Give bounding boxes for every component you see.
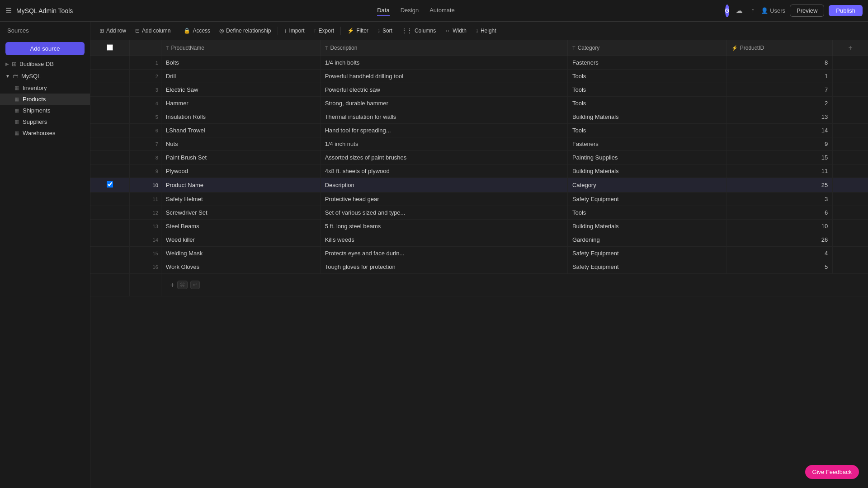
row-product-name[interactable]: Weed killer [161, 233, 320, 247]
row-product-id[interactable]: 15 [726, 151, 833, 164]
sidebar-item-products[interactable]: ▦ Products [0, 94, 90, 105]
table-row[interactable]: 11Safety HelmetProtective head gearSafet… [90, 192, 868, 206]
row-product-id[interactable]: 9 [726, 137, 833, 151]
row-description[interactable]: Protects eyes and face durin... [320, 247, 567, 260]
row-description[interactable]: Kills weeds [320, 233, 567, 247]
row-category[interactable]: Safety Equipment [567, 260, 726, 274]
row-description[interactable]: Powerful electric saw [320, 83, 567, 97]
sidebar-item-warehouses[interactable]: ▦ Warehouses [0, 127, 90, 139]
row-description[interactable]: 4x8 ft. sheets of plywood [320, 164, 567, 178]
sidebar-item-suppliers[interactable]: ▦ Suppliers [0, 116, 90, 127]
row-description[interactable]: Protective head gear [320, 192, 567, 206]
table-row[interactable]: 4HammerStrong, durable hammerTools2 [90, 97, 868, 110]
row-product-id[interactable]: 1 [726, 70, 833, 83]
row-product-id[interactable]: 13 [726, 110, 833, 124]
row-product-name[interactable]: Screwdriver Set [161, 206, 320, 220]
add-row-plus-button[interactable]: + [170, 281, 175, 289]
row-product-id[interactable]: 4 [726, 247, 833, 260]
sort-button[interactable]: ↕ Sort [374, 25, 396, 36]
row-description[interactable]: 5 ft. long steel beams [320, 220, 567, 233]
row-product-id[interactable]: 7 [726, 83, 833, 97]
row-product-name[interactable]: Drill [161, 70, 320, 83]
row-category[interactable]: Tools [567, 124, 726, 137]
row-description[interactable]: Hand tool for spreading... [320, 124, 567, 137]
col-header-add[interactable]: + [833, 40, 868, 56]
row-category[interactable]: Tools [567, 70, 726, 83]
tab-automate[interactable]: Automate [429, 5, 455, 16]
table-row[interactable]: 16Work GlovesTough gloves for protection… [90, 260, 868, 274]
row-product-id[interactable]: 10 [726, 220, 833, 233]
row-description[interactable]: Set of various sized and type... [320, 206, 567, 220]
table-row[interactable]: 15Welding MaskProtects eyes and face dur… [90, 247, 868, 260]
row-description[interactable]: Assorted sizes of paint brushes [320, 151, 567, 164]
users-button[interactable]: 👤 Users [761, 7, 785, 14]
col-header-description[interactable]: T Description [320, 40, 567, 56]
row-category[interactable]: Safety Equipment [567, 192, 726, 206]
access-button[interactable]: 🔒 Access [180, 25, 214, 36]
publish-button[interactable]: Publish [829, 5, 863, 16]
row-product-id[interactable]: 3 [726, 192, 833, 206]
add-row-button[interactable]: ⊞ Add row [96, 25, 130, 36]
row-category[interactable]: Tools [567, 83, 726, 97]
tab-data[interactable]: Data [377, 5, 389, 16]
row-product-id[interactable]: 26 [726, 233, 833, 247]
row-category[interactable]: Building Materials [567, 220, 726, 233]
row-category[interactable]: Building Materials [567, 164, 726, 178]
row-category[interactable]: Fasteners [567, 56, 726, 70]
add-row-row[interactable]: + ⌘ ↵ [90, 274, 868, 296]
row-category[interactable]: Fasteners [567, 137, 726, 151]
row-product-name[interactable]: Welding Mask [161, 247, 320, 260]
add-source-button[interactable]: Add source [5, 42, 85, 55]
table-row[interactable]: 7Nuts1/4 inch nutsFasteners9 [90, 137, 868, 151]
row-description[interactable]: Description [320, 178, 567, 192]
row-category[interactable]: Tools [567, 206, 726, 220]
feedback-button[interactable]: Give Feedback [805, 465, 859, 479]
table-row[interactable]: 1Bolts1/4 inch boltsFasteners8 [90, 56, 868, 70]
col-header-category[interactable]: T Category [567, 40, 726, 56]
row-description[interactable]: Strong, durable hammer [320, 97, 567, 110]
row-product-name[interactable]: Electric Saw [161, 83, 320, 97]
row-category[interactable]: Building Materials [567, 110, 726, 124]
row-category[interactable]: Category [567, 178, 726, 192]
row-category[interactable]: Tools [567, 97, 726, 110]
row-product-name[interactable]: Hammer [161, 97, 320, 110]
table-row[interactable]: 5Insulation RollsThermal insulation for … [90, 110, 868, 124]
hamburger-icon[interactable]: ☰ [5, 6, 12, 15]
preview-button[interactable]: Preview [790, 5, 824, 17]
col-header-product-id[interactable]: ⚡ ProductID [726, 40, 833, 56]
row-product-name[interactable]: Insulation Rolls [161, 110, 320, 124]
sidebar-item-budibase-db[interactable]: ▶ ⊞ Budibase DB [0, 58, 90, 70]
share-icon[interactable]: ↑ [749, 5, 756, 17]
sidebar-item-inventory[interactable]: ▦ Inventory [0, 82, 90, 94]
row-description[interactable]: Thermal insulation for walls [320, 110, 567, 124]
table-row[interactable]: 10Product NameDescriptionCategory25 [90, 178, 868, 192]
columns-button[interactable]: ⋮⋮ Columns [398, 25, 439, 36]
add-row-cell[interactable]: + ⌘ ↵ [161, 274, 868, 296]
row-product-id[interactable]: 11 [726, 164, 833, 178]
height-button[interactable]: ↕ Height [472, 25, 500, 36]
table-row[interactable]: 12Screwdriver SetSet of various sized an… [90, 206, 868, 220]
select-all-checkbox[interactable] [107, 44, 113, 51]
row-category[interactable]: Painting Supplies [567, 151, 726, 164]
row-product-id[interactable]: 5 [726, 260, 833, 274]
row-product-id[interactable]: 2 [726, 97, 833, 110]
table-row[interactable]: 3Electric SawPowerful electric sawTools7 [90, 83, 868, 97]
row-product-name[interactable]: Plywood [161, 164, 320, 178]
row-product-name[interactable]: Work Gloves [161, 260, 320, 274]
row-product-name[interactable]: Bolts [161, 56, 320, 70]
row-category[interactable]: Gardening [567, 233, 726, 247]
row-description[interactable]: 1/4 inch nuts [320, 137, 567, 151]
row-product-name[interactable]: LShand Trowel [161, 124, 320, 137]
row-description[interactable]: Powerful handheld drilling tool [320, 70, 567, 83]
table-container[interactable]: T ProductName T Description [90, 40, 868, 488]
table-row[interactable]: 6LShand TrowelHand tool for spreading...… [90, 124, 868, 137]
sidebar-item-shipments[interactable]: ▦ Shipments [0, 105, 90, 116]
cloud-icon[interactable]: ☁ [734, 5, 745, 17]
row-product-name[interactable]: Steel Beams [161, 220, 320, 233]
export-button[interactable]: ↑ Export [310, 25, 338, 36]
col-header-product-name[interactable]: T ProductName [161, 40, 320, 56]
row-product-name[interactable]: Paint Brush Set [161, 151, 320, 164]
row-product-name[interactable]: Product Name [161, 178, 320, 192]
sidebar-item-mysql[interactable]: ▼ 🗃 MySQL [0, 70, 90, 82]
row-product-name[interactable]: Nuts [161, 137, 320, 151]
